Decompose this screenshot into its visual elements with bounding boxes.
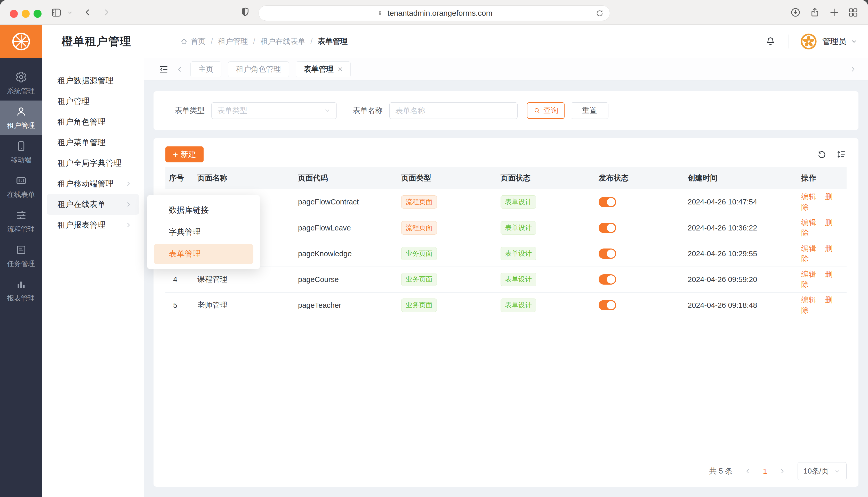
refresh-icon[interactable] xyxy=(817,149,827,159)
tabs-scroll-left-icon[interactable] xyxy=(176,65,184,73)
submenu-item[interactable]: 表单管理 xyxy=(154,244,253,264)
page-status-tag: 表单设计 xyxy=(500,299,536,312)
primary-nav-item[interactable]: 移动端 xyxy=(0,135,42,170)
breadcrumb-label: 表单管理 xyxy=(318,36,347,47)
breadcrumb-label: 租户管理 xyxy=(218,36,248,47)
edit-link[interactable]: 编辑 xyxy=(801,218,816,227)
reload-icon[interactable] xyxy=(595,9,604,17)
primary-nav-item[interactable]: 报表管理 xyxy=(0,273,42,308)
new-button[interactable]: + 新建 xyxy=(165,146,204,162)
row-page-code: pageTeacher xyxy=(294,292,398,318)
secondary-nav-item[interactable]: 租户角色管理 xyxy=(47,112,139,132)
app-header: 橙单租户管理 / 首页 / 租户管理 / 租户在线表单 / 表单 xyxy=(0,25,868,58)
secondary-nav-item[interactable]: 租户移动端管理 xyxy=(47,173,139,194)
minimize-window-button[interactable] xyxy=(22,10,30,18)
page-type-tag: 业务页面 xyxy=(401,247,437,260)
forward-icon[interactable] xyxy=(101,7,112,18)
sidebar-toggle-icon[interactable] xyxy=(51,7,62,18)
page-number[interactable]: 1 xyxy=(763,467,767,475)
secondary-nav-item[interactable]: 租户在线表单 xyxy=(47,194,139,215)
next-page-icon[interactable] xyxy=(779,467,786,475)
back-icon[interactable] xyxy=(82,7,93,18)
tab-close-icon[interactable]: × xyxy=(338,65,343,74)
share-icon[interactable] xyxy=(810,7,820,18)
tab-overview-icon[interactable] xyxy=(848,7,858,18)
submenu-popup: 数据库链接 字典管理 表单管理 xyxy=(147,195,260,269)
column-settings-icon[interactable] xyxy=(836,149,846,159)
chevron-right-icon xyxy=(125,180,132,188)
publish-toggle[interactable] xyxy=(598,274,616,285)
prev-page-icon[interactable] xyxy=(744,467,752,475)
secondary-nav-item[interactable]: 租户全局字典管理 xyxy=(47,153,139,173)
row-page-code: pageFlowLeave xyxy=(294,215,398,241)
edit-link[interactable]: 编辑 xyxy=(801,244,816,252)
breadcrumb-separator: / xyxy=(253,37,255,46)
tab[interactable]: 主页 × xyxy=(190,61,221,77)
secondary-sidebar: 租户数据源管理 租户管理 租户角色管理 租户菜单管理 租户全局字典管理 租户移动… xyxy=(42,58,144,497)
secondary-nav-label: 租户角色管理 xyxy=(57,116,106,127)
edit-link[interactable]: 编辑 xyxy=(801,296,816,304)
address-bar[interactable]: tenantadmin.orangeforms.com xyxy=(259,5,610,21)
new-tab-icon[interactable] xyxy=(829,7,840,18)
breadcrumb-separator: / xyxy=(311,37,313,46)
table-row: 4 课程管理 pageCourse 业务页面 表单设计 2024-04-26 0… xyxy=(165,267,846,292)
publish-toggle[interactable] xyxy=(598,300,616,310)
primary-nav-item[interactable]: 流程管理 xyxy=(0,204,42,239)
reset-button[interactable]: 重置 xyxy=(571,102,608,119)
tabs-scroll-right-icon[interactable] xyxy=(849,65,857,73)
search-icon xyxy=(533,107,541,114)
publish-toggle[interactable] xyxy=(598,223,616,233)
breadcrumb-item[interactable]: / 首页 xyxy=(180,36,206,47)
privacy-shield-icon[interactable] xyxy=(239,6,251,18)
tab[interactable]: 租户角色管理 × xyxy=(228,61,289,77)
collapse-menu-icon[interactable] xyxy=(159,64,169,74)
form-name-input[interactable] xyxy=(389,102,518,119)
avatar[interactable] xyxy=(800,33,817,50)
secondary-nav-label: 租户在线表单 xyxy=(57,199,106,210)
tab[interactable]: 表单管理 × xyxy=(296,61,351,77)
page-size-select[interactable]: 10条/页 xyxy=(798,462,846,480)
form-name-label: 表单名称 xyxy=(353,105,383,116)
primary-nav-item[interactable]: 系统管理 xyxy=(0,66,42,101)
breadcrumb-item[interactable]: / 表单管理 xyxy=(305,36,347,47)
user-name[interactable]: 管理员 xyxy=(822,36,846,47)
edit-link[interactable]: 编辑 xyxy=(801,270,816,278)
primary-nav-item[interactable]: 在线表单 xyxy=(0,170,42,204)
pagination: 共 5 条 1 10条/页 xyxy=(165,459,846,484)
chevron-down-icon[interactable] xyxy=(67,9,73,16)
edit-link[interactable]: 编辑 xyxy=(801,193,816,201)
secondary-nav-item[interactable]: 租户数据源管理 xyxy=(47,70,139,91)
row-page-code: pageFlowContract xyxy=(294,189,398,215)
page-status-tag: 表单设计 xyxy=(500,247,536,260)
submenu-item[interactable]: 数据库链接 xyxy=(154,200,253,220)
column-header: 页面代码 xyxy=(294,167,398,189)
publish-toggle[interactable] xyxy=(598,248,616,259)
column-header: 页面状态 xyxy=(497,167,595,189)
submenu-item[interactable]: 字典管理 xyxy=(154,222,253,242)
publish-toggle[interactable] xyxy=(598,197,616,207)
filter-bar: 表单类型 表单类型 表单名称 查询 重置 xyxy=(153,91,858,130)
online-form-icon xyxy=(15,175,27,187)
breadcrumb-item[interactable]: / 租户管理 xyxy=(206,36,248,47)
primary-nav-label: 系统管理 xyxy=(7,86,35,96)
primary-nav-item[interactable]: 租户管理 xyxy=(0,101,42,135)
browser-window: tenantadmin.orangeforms.com 橙单租户管理 / 首页 … xyxy=(0,0,868,497)
header-actions: 管理员 xyxy=(765,33,858,50)
row-created-time: 2024-04-26 09:18:48 xyxy=(684,292,798,318)
notification-bell-icon[interactable] xyxy=(765,36,776,47)
primary-nav-item[interactable]: 任务管理 xyxy=(0,239,42,273)
close-window-button[interactable] xyxy=(10,10,18,18)
breadcrumb-item[interactable]: / 租户在线表单 xyxy=(248,36,305,47)
search-button[interactable]: 查询 xyxy=(527,102,565,119)
secondary-nav-item[interactable]: 租户报表管理 xyxy=(47,215,139,235)
page-title: 橙单租户管理 xyxy=(62,34,131,49)
table-row: pageKnowledge 业务页面 表单设计 2024-04-26 10:29… xyxy=(165,241,846,267)
sliders-icon xyxy=(15,209,27,221)
downloads-icon[interactable] xyxy=(790,7,801,18)
app-logo[interactable] xyxy=(0,25,42,58)
secondary-nav-item[interactable]: 租户管理 xyxy=(47,91,139,112)
chevron-down-icon[interactable] xyxy=(851,38,858,45)
form-type-select[interactable]: 表单类型 xyxy=(211,102,337,119)
secondary-nav-item[interactable]: 租户菜单管理 xyxy=(47,132,139,153)
zoom-window-button[interactable] xyxy=(33,10,42,18)
